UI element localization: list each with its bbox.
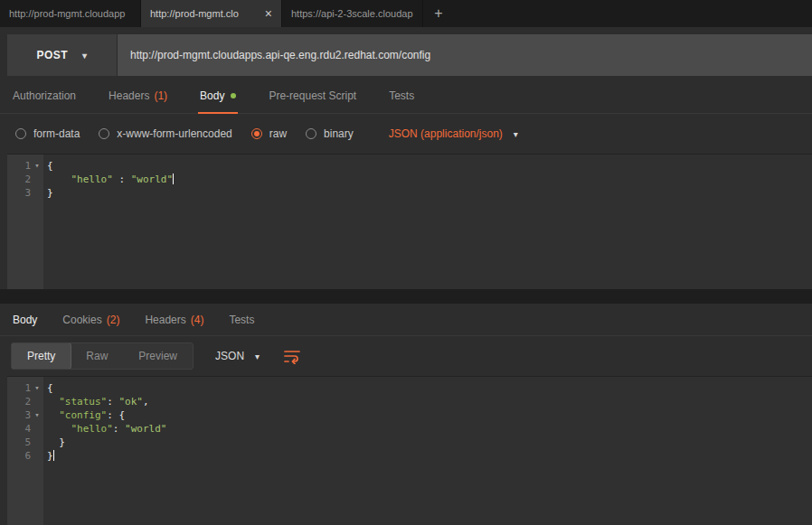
code-line[interactable]: 1▾{ <box>7 159 812 173</box>
code-text: { <box>43 159 53 173</box>
token-plain: : { <box>107 409 125 421</box>
response-section-tabs: Body Cookies (2) Headers (4) Tests <box>0 304 812 336</box>
cookies-count-badge: (2) <box>107 314 120 326</box>
mode-binary[interactable]: binary <box>306 127 354 140</box>
mode-label: x-www-form-urlencoded <box>117 127 231 140</box>
http-method-label: POST <box>36 49 68 61</box>
response-tab-cookies[interactable]: Cookies (2) <box>62 314 119 326</box>
fold-arrow-icon[interactable]: ▾ <box>31 159 43 173</box>
response-toolbar: Pretty Raw Preview JSON ▾ <box>0 336 812 376</box>
code-line[interactable]: 2 "status": "ok", <box>7 395 812 408</box>
view-pretty-button[interactable]: Pretty <box>12 343 71 369</box>
code-text: } <box>43 436 65 449</box>
response-tab-body[interactable]: Body <box>13 314 37 326</box>
fold-spacer <box>31 449 43 463</box>
fold-arrow-icon[interactable]: ▾ <box>31 408 43 422</box>
new-tab-button[interactable]: + <box>423 0 454 27</box>
token-key: "hello" <box>71 423 113 435</box>
radio-raw[interactable] <box>251 128 262 139</box>
line-number: 1 <box>7 381 31 395</box>
tab-authorization[interactable]: Authorization <box>11 78 78 113</box>
fold-spacer <box>31 436 43 449</box>
code-text: "config": { <box>43 408 125 422</box>
token-plain <box>47 396 59 408</box>
code-line[interactable]: 5 } <box>7 436 812 449</box>
view-preview-button[interactable]: Preview <box>123 343 193 369</box>
chevron-down-icon: ▾ <box>514 129 518 139</box>
code-text: } <box>43 186 53 200</box>
response-tab-headers[interactable]: Headers (4) <box>145 314 203 326</box>
response-body-editor[interactable]: 1▾{2 "status": "ok",3▾ "config": {4 "hel… <box>7 376 812 525</box>
code-line[interactable]: 2 "hello" : "world" <box>7 173 812 186</box>
radio-form-data[interactable] <box>15 128 26 139</box>
line-number: 1 <box>7 159 31 173</box>
request-tab-3[interactable]: https://api-2-3scale.cloudap <box>282 0 423 27</box>
body-content-indicator-dot <box>231 93 236 98</box>
code-line[interactable]: 3▾ "config": { <box>7 408 812 422</box>
view-raw-button[interactable]: Raw <box>71 343 123 369</box>
content-type-dropdown[interactable]: JSON (application/json) ▾ <box>389 127 518 140</box>
mode-form-data[interactable]: form-data <box>15 127 80 140</box>
token-plain: { <box>47 382 53 394</box>
http-method-dropdown[interactable]: POST ▾ <box>7 34 118 76</box>
tab-label: Tests <box>229 314 254 326</box>
token-plain: , <box>143 396 149 408</box>
token-string: "ok" <box>118 396 143 408</box>
request-tab-1[interactable]: http://prod-mgmt.cloudapp <box>0 0 141 27</box>
line-number: 3 <box>7 408 31 422</box>
tab-label: Authorization <box>13 89 76 102</box>
token-plain: } <box>47 187 53 199</box>
request-tab-label: http://prod-mgmt.clo <box>150 8 258 19</box>
line-number: 5 <box>7 436 31 449</box>
radio-x-www-form-urlencoded[interactable] <box>99 128 109 139</box>
wrap-text-icon <box>283 348 301 364</box>
token-plain <box>47 409 59 421</box>
fold-spacer <box>31 173 43 186</box>
token-string: "hello" <box>71 173 113 185</box>
token-string: "world" <box>131 173 173 185</box>
token-plain: : <box>113 423 125 435</box>
panel-splitter[interactable] <box>0 289 812 304</box>
tab-prerequest-script[interactable]: Pre-request Script <box>267 78 358 113</box>
plus-icon: + <box>434 5 442 22</box>
token-key: "config" <box>59 409 107 421</box>
line-number: 2 <box>7 173 31 186</box>
format-label: JSON <box>215 350 244 362</box>
radio-binary[interactable] <box>306 128 316 139</box>
token-plain: } <box>47 450 53 462</box>
request-editor-lines: 1▾{2 "hello" : "world"3} <box>7 159 812 200</box>
wrap-text-button[interactable] <box>283 348 301 364</box>
headers-count-badge: (4) <box>191 314 204 326</box>
mode-label: binary <box>324 127 354 140</box>
request-body-editor[interactable]: 1▾{2 "hello" : "world"3} <box>7 154 812 289</box>
code-line[interactable]: 4 "hello": "world" <box>7 422 812 436</box>
close-icon[interactable]: × <box>265 7 272 20</box>
code-line[interactable]: 3} <box>7 186 812 200</box>
tab-tests[interactable]: Tests <box>387 78 416 113</box>
token-plain: } <box>47 436 65 448</box>
tab-label: Headers <box>145 314 185 326</box>
tab-label: Headers <box>109 89 149 102</box>
fold-arrow-icon[interactable]: ▾ <box>31 381 43 395</box>
text-cursor <box>173 173 174 184</box>
request-section-tabs: Authorization Headers (1) Body Pre-reque… <box>0 78 812 114</box>
code-line[interactable]: 1▾{ <box>7 381 812 395</box>
chevron-down-icon: ▾ <box>255 352 260 361</box>
request-url-input[interactable] <box>118 34 812 76</box>
request-tab-2-active[interactable]: http://prod-mgmt.clo × <box>141 0 282 27</box>
mode-label: form-data <box>33 127 80 140</box>
response-tab-tests[interactable]: Tests <box>229 314 254 326</box>
text-cursor <box>53 450 54 461</box>
tab-body[interactable]: Body <box>198 78 238 113</box>
tab-label: Body <box>200 89 224 102</box>
mode-x-www-form-urlencoded[interactable]: x-www-form-urlencoded <box>99 127 231 140</box>
code-line[interactable]: 6} <box>7 449 812 463</box>
tab-headers[interactable]: Headers (1) <box>107 78 169 113</box>
code-text: "status": "ok", <box>43 395 149 408</box>
fold-spacer <box>31 186 43 200</box>
mode-raw[interactable]: raw <box>251 127 287 140</box>
chevron-down-icon: ▾ <box>82 51 88 61</box>
body-mode-row: form-data x-www-form-urlencoded raw bina… <box>0 114 812 154</box>
request-tab-label: https://api-2-3scale.cloudap <box>291 8 413 19</box>
response-format-dropdown[interactable]: JSON ▾ <box>215 350 260 362</box>
